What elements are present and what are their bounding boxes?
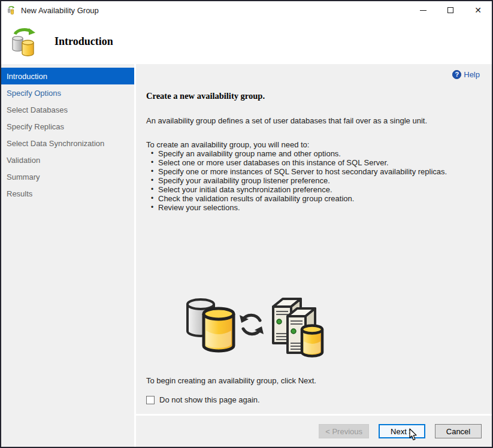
help-icon: ? <box>452 70 461 79</box>
do-not-show-checkbox-label: Do not show this page again. <box>159 395 260 404</box>
window-title: New Availability Group <box>21 6 409 15</box>
sidebar-item-specify-options[interactable]: Specify Options <box>1 84 134 101</box>
wizard-header: Introduction <box>1 19 492 64</box>
section-heading: Create a new availability group. <box>146 91 480 101</box>
list-item: Check the validation results of availabi… <box>150 194 480 203</box>
page-title: Introduction <box>55 35 113 48</box>
sidebar-item-specify-replicas: Specify Replicas <box>1 118 134 135</box>
sidebar-item-select-data-synchronization: Select Data Synchronization <box>1 135 134 152</box>
sidebar-item-summary: Summary <box>1 168 134 185</box>
databases-sync-to-servers-illustration <box>180 289 329 362</box>
help-link[interactable]: ? Help <box>452 70 480 79</box>
maximize-icon[interactable] <box>437 1 464 19</box>
content-column: ? Help Create a new availability group. … <box>136 64 492 447</box>
close-icon[interactable]: ✕ <box>464 1 492 19</box>
sidebar-item-results: Results <box>1 185 134 202</box>
minimize-icon[interactable] <box>409 1 437 19</box>
do-not-show-checkbox[interactable] <box>146 396 155 404</box>
wizard-body: Introduction Specify Options Select Data… <box>1 64 492 447</box>
previous-button[interactable]: < Previous <box>319 424 369 438</box>
sidebar-item-select-databases: Select Databases <box>1 101 134 118</box>
next-button[interactable]: Next > <box>379 424 425 438</box>
list-intro-text: To create an availability group, you wil… <box>146 140 480 149</box>
list-item: Select your initial data synchronization… <box>150 185 480 194</box>
do-not-show-checkbox-row[interactable]: Do not show this page again. <box>146 395 480 404</box>
cancel-button[interactable]: Cancel <box>435 424 482 438</box>
help-label: Help <box>464 70 480 79</box>
introduction-page: ? Help Create a new availability group. … <box>136 64 492 414</box>
list-item: Specify one or more instances of SQL Ser… <box>150 167 480 176</box>
list-item: Review your selections. <box>150 203 480 212</box>
wizard-footer: < Previous Next > Cancel <box>136 416 492 447</box>
list-item: Specify your availability group listener… <box>150 176 480 185</box>
sidebar-item-validation: Validation <box>1 152 134 168</box>
wizard-steps-sidebar: Introduction Specify Options Select Data… <box>1 64 134 447</box>
description-text: An availability group defines a set of u… <box>146 116 480 125</box>
title-bar: New Availability Group ✕ <box>1 1 492 19</box>
next-hint-text: To begin creating an availability group,… <box>146 376 480 385</box>
list-item: Select one or more user databases on thi… <box>150 158 480 167</box>
list-item: Specify an availability group name and o… <box>150 149 480 158</box>
app-icon <box>7 5 17 16</box>
sidebar-item-introduction[interactable]: Introduction <box>1 68 134 84</box>
window-controls: ✕ <box>409 1 492 19</box>
wizard-task-list: Specify an availability group name and o… <box>150 149 480 212</box>
new-availability-group-window: New Availability Group ✕ Introdu <box>0 0 493 448</box>
databases-sync-icon <box>9 26 40 57</box>
